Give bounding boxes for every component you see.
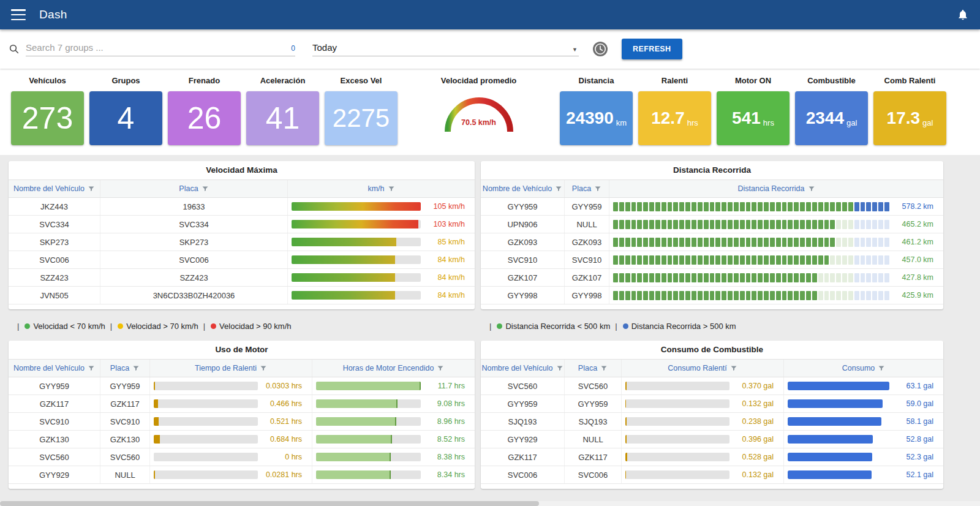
column-header-distancia[interactable]: Distancia Recorrida [609, 180, 943, 197]
refresh-button[interactable]: REFRESH [622, 39, 682, 59]
top-tables-row: Velocidad Máxima Nombre del Vehículo Pla… [0, 155, 980, 309]
bar-segment [692, 273, 696, 282]
column-header-placa[interactable]: Placa [100, 180, 288, 197]
bar-segment [722, 273, 726, 282]
bar-segment [668, 202, 673, 211]
speed-bar-track [292, 255, 421, 264]
bar-segment [698, 220, 703, 229]
column-header-placa[interactable]: Placa [565, 360, 622, 377]
table-row: GYY959 GYY959 0.0303 hrs 11.7 hrs [9, 377, 475, 395]
search-field: 0 [26, 42, 295, 56]
bar-segment [806, 238, 811, 247]
bar-segment [625, 255, 630, 265]
filter-icon[interactable] [202, 185, 209, 192]
vehicle-name: SZZ423 [9, 269, 100, 286]
filter-icon[interactable] [878, 364, 885, 372]
card-title: Uso de Motor [9, 341, 475, 359]
idle-fuel-value: 0.528 gal [736, 453, 774, 461]
period-select[interactable]: Today ▼ [312, 42, 579, 56]
filter-icon[interactable] [132, 364, 140, 372]
distance-value: 457.0 km [895, 255, 933, 264]
distancia-recorrida-card: Distancia Recorrida Nombre de Vehículo P… [481, 161, 943, 309]
table-row: GZK093 GZK093 461.2 km [481, 233, 943, 251]
notifications-bell-icon[interactable] [957, 9, 969, 21]
kpi-label: Comb Ralenti [873, 76, 946, 85]
search-input[interactable] [26, 42, 286, 53]
column-header-placa[interactable]: Placa [565, 180, 609, 197]
kpi-card: 24390 km [560, 91, 633, 145]
filter-icon[interactable] [730, 364, 737, 372]
vehicle-name: JVN505 [9, 287, 100, 304]
filter-icon[interactable] [556, 364, 564, 372]
bar-segment [673, 291, 678, 300]
column-header-nombre[interactable]: Nombre de Vehículo [481, 180, 565, 197]
filter-icon[interactable] [555, 185, 562, 192]
bar-segment [655, 202, 660, 211]
bar-segment [824, 255, 829, 265]
table-row: SKP273 SKP273 85 km/h [9, 233, 475, 251]
history-clock-button[interactable] [592, 41, 608, 57]
menu-icon[interactable] [11, 9, 26, 20]
kpi-value: 24390 [566, 108, 614, 128]
kpi-label: Combustible [795, 76, 868, 85]
filter-icon[interactable] [437, 364, 444, 372]
bar-segment [836, 255, 841, 265]
bar-segment [613, 273, 618, 282]
bar-segment [692, 202, 696, 211]
column-header-horas-motor[interactable]: Horas de Motor Encendido [312, 360, 475, 377]
speed-bar-cell: 85 km/h [288, 233, 475, 251]
bar-segment [800, 255, 805, 265]
legend-item: Velocidad < 70 km/h [12, 322, 105, 331]
bar-segment [776, 273, 781, 282]
vehicle-name: GYY959 [481, 395, 565, 412]
kpi-value: 2344 [806, 108, 844, 128]
column-header-consumo-ralenti[interactable]: Consumo Ralentí [622, 360, 784, 377]
column-header-kmh[interactable]: km/h [288, 180, 475, 197]
kpi-value: 273 [22, 100, 73, 136]
bar-segment [649, 202, 654, 211]
bar-segment [715, 255, 720, 265]
bar-segment [710, 220, 715, 229]
filter-icon[interactable] [808, 185, 815, 192]
bar-segment [728, 220, 733, 229]
column-header-nombre[interactable]: Nombre del Vehículo [481, 360, 565, 377]
card-title: Velocidad Máxima [9, 161, 475, 179]
filter-icon[interactable] [600, 364, 608, 372]
column-header-placa[interactable]: Placa [100, 360, 150, 377]
bar-segment [758, 220, 763, 229]
table-row: SZZ423 SZZ423 84 km/h [9, 269, 475, 287]
scrollbar-thumb[interactable] [0, 501, 539, 506]
engine-bar-track [316, 417, 421, 426]
column-header-consumo[interactable]: Consumo [784, 360, 943, 377]
bar-segment [758, 202, 763, 211]
horizontal-scrollbar[interactable] [0, 501, 980, 506]
bar-segment [655, 238, 660, 247]
legend-item: Distancia Recorrida < 500 km [484, 322, 610, 331]
filter-icon[interactable] [88, 185, 95, 192]
filter-icon[interactable] [88, 364, 95, 372]
idle-fuel-value: 0.132 gal [736, 470, 774, 479]
speed-gauge: 70.5 km/h [403, 91, 554, 127]
bar-segment [878, 220, 883, 229]
filter-icon[interactable] [260, 364, 267, 372]
vehicle-plate: SVC910 [565, 251, 609, 268]
idle-fuel-bar-cell: 0.132 gal [622, 466, 784, 483]
filter-icon[interactable] [594, 185, 601, 192]
kpi-card: 26 [168, 91, 241, 145]
kpi-label: Motor ON [717, 76, 790, 85]
bar-segment [800, 238, 805, 247]
column-header-tiempo-ralenti[interactable]: Tiempo de Ralenti [150, 360, 312, 377]
bar-segment [836, 291, 841, 300]
bar-segment [662, 255, 666, 265]
bar-segment [710, 291, 715, 300]
idle-fuel-track [625, 453, 729, 461]
speed-value: 84 km/h [427, 255, 465, 264]
column-header-nombre[interactable]: Nombre del Vehículo [9, 180, 100, 197]
column-header-nombre[interactable]: Nombre del Vehículo [9, 360, 100, 377]
bar-segment [734, 291, 739, 300]
bar-segment [794, 238, 799, 247]
idle-fuel-track [625, 382, 729, 390]
filter-icon[interactable] [388, 185, 395, 192]
fuel-track [788, 382, 889, 390]
distance-bar-cell: 425.9 km [609, 287, 943, 304]
